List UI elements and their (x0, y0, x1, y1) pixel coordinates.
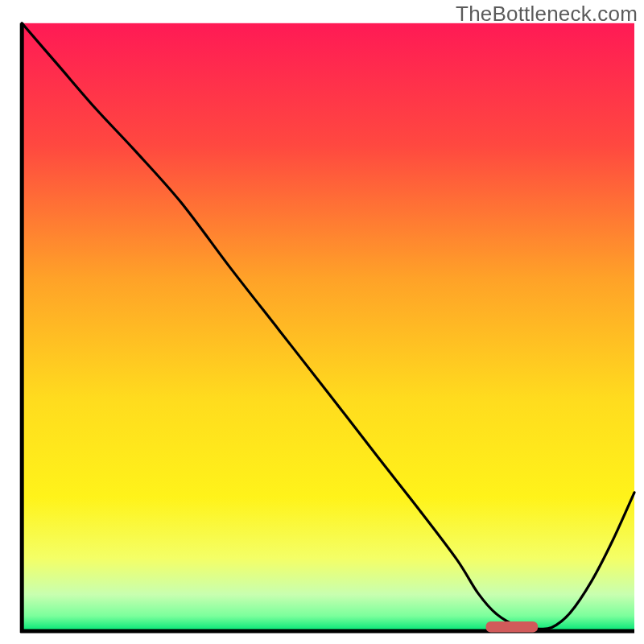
bottleneck-chart (0, 0, 644, 644)
plot-background (22, 23, 634, 631)
chart-frame: TheBottleneck.com (0, 0, 644, 644)
optimal-range-marker (486, 621, 539, 633)
